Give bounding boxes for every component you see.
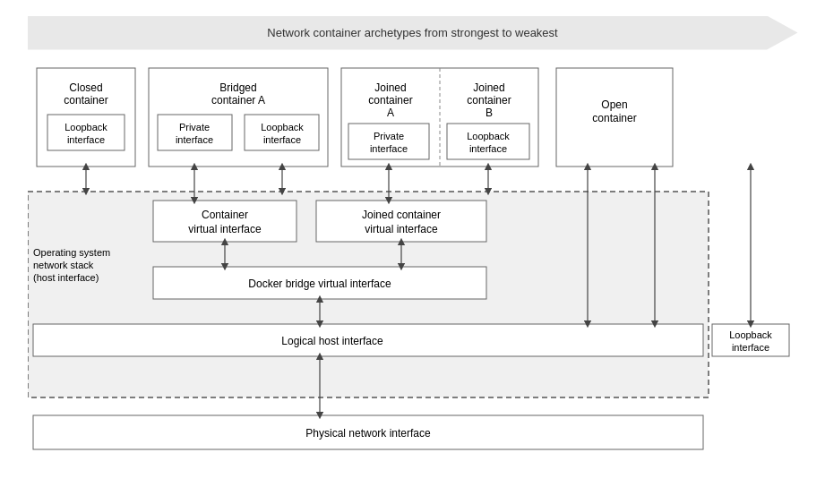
bridged-private-label: Private — [178, 122, 209, 132]
loopback-right-label: Loopback — [729, 329, 772, 340]
svg-text:interface: interface — [175, 134, 212, 145]
joined-private-label: Private — [373, 131, 403, 141]
svg-text:interface: interface — [262, 134, 300, 145]
svg-text:interface: interface — [731, 342, 769, 353]
svg-rect-27 — [316, 201, 486, 242]
open-container-label: Open — [601, 98, 627, 111]
svg-text:container A: container A — [211, 94, 264, 107]
closed-container-label: Closed — [69, 81, 102, 94]
physical-label: Physical network interface — [305, 427, 431, 440]
svg-rect-8 — [245, 115, 319, 150]
svg-text:B: B — [485, 107, 492, 119]
svg-text:container: container — [467, 94, 511, 107]
svg-rect-16 — [348, 124, 429, 159]
main-diagram-svg: Closed container Loopback interface Brid… — [28, 59, 798, 489]
svg-text:virtual interface: virtual interface — [365, 223, 438, 235]
svg-text:virtual interface: virtual interface — [188, 223, 262, 235]
closed-loopback-label: Loopback — [64, 122, 107, 132]
svg-text:container: container — [592, 112, 636, 124]
svg-text:container: container — [64, 94, 107, 107]
banner-title: Network container archetypes from strong… — [267, 26, 557, 39]
os-label-1: Operating system — [33, 247, 110, 258]
svg-rect-25 — [153, 201, 296, 242]
joined-a-label: Joined — [374, 81, 406, 94]
bridged-loopback-label: Loopback — [261, 122, 304, 132]
svg-text:interface: interface — [369, 143, 407, 154]
svg-text:interface: interface — [66, 134, 104, 145]
svg-text:(host interface): (host interface) — [33, 272, 99, 283]
joined-loopback-label: Loopback — [467, 131, 510, 141]
container-virtual-label: Container — [201, 209, 247, 221]
bridged-container-label: Bridged — [219, 81, 256, 94]
svg-text:network stack: network stack — [33, 260, 94, 270]
svg-text:container: container — [368, 94, 412, 107]
logical-host-label: Logical host interface — [281, 335, 383, 347]
svg-rect-18 — [447, 124, 529, 159]
arrow-banner: Network container archetypes from strong… — [28, 16, 798, 50]
svg-text:A: A — [386, 107, 393, 119]
svg-rect-6 — [158, 115, 232, 150]
docker-bridge-label: Docker bridge virtual interface — [248, 278, 391, 290]
joined-b-label: Joined — [473, 81, 504, 94]
svg-text:interface: interface — [468, 143, 506, 154]
joined-virtual-label: Joined container — [361, 209, 440, 221]
svg-rect-2 — [47, 115, 125, 150]
diagram-wrapper: Network container archetypes from strong… — [19, 7, 807, 498]
